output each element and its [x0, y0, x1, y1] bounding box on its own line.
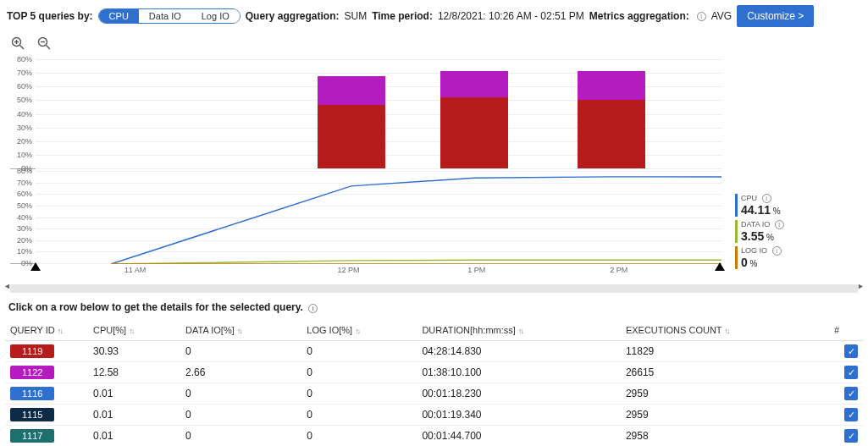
top5-label: TOP 5 queries by: [7, 10, 93, 22]
cell-duration: 00:01:44.700 [417, 426, 620, 447]
th-duration: DURATION[hh:mm:ss] [422, 325, 515, 335]
cell-cpu: 30.93 [88, 341, 180, 362]
legend-cpu-value: 44.11 [741, 203, 771, 217]
query-id-pill[interactable]: 1115 [10, 408, 54, 421]
metrics-legend: CPU i 44.11 % DATA IO i 3.55 % LOG IO i … [735, 194, 784, 273]
th-hash: # [834, 325, 839, 335]
cell-logio: 0 [301, 362, 417, 383]
table-row[interactable]: 111930.930004:28:14.83011829✓ [5, 341, 863, 362]
query-id-pill[interactable]: 1119 [10, 344, 54, 358]
cell-dataio: 0 [180, 426, 301, 447]
legend-logio-info-icon[interactable]: i [772, 246, 782, 256]
bar-segment[interactable] [578, 100, 645, 168]
row-checkbox[interactable]: ✓ [844, 344, 858, 358]
cell-dataio: 0 [180, 383, 301, 405]
cell-cpu: 0.01 [88, 383, 180, 405]
pill-logio[interactable]: Log IO [191, 9, 240, 23]
row-checkbox[interactable]: ✓ [844, 387, 858, 400]
row-checkbox[interactable]: ✓ [844, 429, 858, 443]
x-axis-tick: 12 PM [338, 266, 360, 274]
query-id-pill[interactable]: 1122 [10, 366, 54, 379]
bar-segment[interactable] [318, 76, 385, 105]
th-exec: EXECUTIONS COUNT [626, 325, 721, 335]
legend-cpu-info-icon[interactable]: i [762, 194, 771, 203]
line-series[interactable] [111, 177, 721, 264]
cell-dataio: 0 [180, 341, 301, 362]
legend-dataio-info-icon[interactable]: i [775, 220, 784, 229]
query-agg-label: Query aggregation: [246, 10, 340, 22]
sort-icon[interactable]: ↑↓ [129, 327, 133, 335]
bar-segment[interactable] [440, 71, 508, 97]
legend-dataio-name: DATA IO [741, 220, 770, 229]
legend-dataio: DATA IO i 3.55 % [735, 220, 784, 243]
th-dataio: DATA IO[%] [185, 325, 235, 335]
time-period-label: Time period: [372, 10, 433, 22]
legend-logio-name: LOG IO [741, 246, 767, 255]
svg-line-5 [47, 46, 51, 50]
th-logio: LOG IO[%] [307, 325, 352, 335]
sort-icon[interactable]: ↑↓ [237, 327, 241, 335]
queries-table: QUERY ID ↑↓ CPU[%] ↑↓ DATA IO[%] ↑↓ LOG … [5, 320, 863, 446]
table-header-row: QUERY ID ↑↓ CPU[%] ↑↓ DATA IO[%] ↑↓ LOG … [5, 320, 863, 341]
metrics-agg-info-icon[interactable]: i [697, 12, 706, 21]
table-hint-info-icon[interactable]: i [308, 304, 318, 313]
customize-button[interactable]: Customize > [737, 5, 814, 27]
th-query-id: QUERY ID [10, 325, 55, 335]
time-period-value: 12/8/2021: 10:26 AM - 02:51 PM [438, 10, 584, 22]
table-row[interactable]: 11150.010000:01:19.3402959✓ [5, 405, 863, 426]
sort-icon[interactable]: ↑↓ [355, 327, 359, 335]
x-axis-tick: 11 AM [124, 266, 147, 274]
query-id-pill[interactable]: 1117 [10, 429, 54, 443]
horizontal-scrollbar[interactable] [10, 284, 858, 293]
zoom-out-icon[interactable] [36, 36, 52, 51]
zoom-controls [0, 32, 868, 56]
pill-cpu[interactable]: CPU [99, 9, 139, 23]
sort-icon[interactable]: ↑↓ [58, 327, 62, 335]
legend-dataio-unit: % [766, 233, 774, 242]
cell-dataio: 0 [180, 405, 301, 426]
row-checkbox[interactable]: ✓ [844, 366, 858, 379]
legend-logio-unit: % [750, 259, 758, 268]
table-row[interactable]: 11170.010000:01:44.7002958✓ [5, 426, 863, 447]
pill-dataio[interactable]: Data IO [139, 9, 191, 23]
shared-x-axis: 11 AM12 PM1 PM2 PM [10, 264, 721, 279]
legend-dataio-value: 3.55 [741, 229, 764, 243]
cell-duration: 01:38:10.100 [417, 362, 620, 383]
x-axis-tick: 2 PM [610, 266, 628, 274]
cell-logio: 0 [301, 426, 417, 447]
cell-exec: 11829 [621, 341, 829, 362]
cell-logio: 0 [301, 405, 417, 426]
sort-icon[interactable]: ↑↓ [724, 327, 728, 335]
cell-logio: 0 [301, 383, 417, 405]
bar-segment[interactable] [578, 71, 645, 100]
query-id-pill[interactable]: 1116 [10, 387, 54, 400]
sort-icon[interactable]: ↑↓ [518, 327, 522, 335]
metrics-agg-label: Metrics aggregation: [589, 10, 689, 22]
table-row[interactable]: 112212.582.66001:38:10.10026615✓ [5, 362, 863, 383]
bar-segment[interactable] [318, 105, 385, 168]
range-handle-right-icon[interactable] [715, 262, 725, 271]
row-checkbox[interactable]: ✓ [844, 408, 858, 421]
cell-logio: 0 [301, 341, 417, 362]
th-cpu: CPU[%] [93, 325, 126, 335]
range-handle-left-icon[interactable] [30, 262, 41, 271]
cell-exec: 2959 [621, 383, 829, 405]
zoom-in-icon[interactable] [10, 36, 25, 51]
x-axis-tick: 1 PM [467, 266, 485, 274]
cell-cpu: 0.01 [88, 426, 180, 447]
cell-duration: 00:01:18.230 [417, 383, 620, 405]
line-chart: 0%10%20%30%40%50%60%70%80% [10, 171, 721, 264]
cell-duration: 04:28:14.830 [417, 341, 620, 362]
table-row[interactable]: 11160.010000:01:18.2302959✓ [5, 383, 863, 405]
bar-segment[interactable] [440, 97, 508, 169]
query-agg-value: SUM [344, 10, 367, 22]
cell-exec: 2958 [621, 426, 829, 447]
cell-cpu: 12.58 [88, 362, 180, 383]
metrics-agg-value: AVG [711, 10, 732, 22]
table-hint: Click on a row below to get the details … [0, 298, 868, 317]
top-filter-bar: TOP 5 queries by: CPU Data IO Log IO Que… [0, 0, 868, 32]
svg-line-1 [20, 46, 25, 50]
cell-exec: 26615 [621, 362, 829, 383]
cell-exec: 2959 [621, 405, 829, 426]
legend-logio-value: 0 [741, 256, 748, 269]
